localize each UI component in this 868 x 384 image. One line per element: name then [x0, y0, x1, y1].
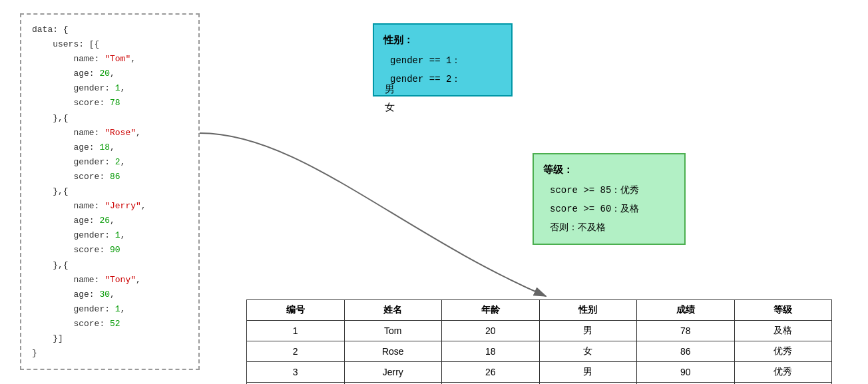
- grade-box: 等级： score >= 85：优秀 score >= 60：及格 否则：不及格: [533, 153, 686, 245]
- cell-gender: 女: [539, 341, 637, 362]
- cell-id: 2: [247, 341, 345, 362]
- col-header-id: 编号: [247, 300, 345, 321]
- cell-id: 1: [247, 321, 345, 341]
- gender-line-1: gender == 1：: [390, 55, 461, 66]
- cell-score: 90: [637, 362, 735, 383]
- col-header-age: 年龄: [442, 300, 540, 321]
- cell-age: 26: [442, 362, 540, 383]
- col-header-score: 成绩: [637, 300, 735, 321]
- result-table: 编号 姓名 年龄 性别 成绩 等级 1Tom20男78及格2Rose18女86优…: [246, 299, 832, 384]
- table-row: 1Tom20男78及格: [247, 321, 832, 341]
- gender-line-2: gender == 2：: [390, 74, 461, 85]
- col-header-grade: 等级: [734, 300, 832, 321]
- cell-age: 20: [442, 321, 540, 341]
- table-row: 3Jerry26男90优秀: [247, 362, 832, 383]
- label-male: 男: [385, 83, 395, 96]
- table-body: 1Tom20男78及格2Rose18女86优秀3Jerry26男90优秀4Ton…: [247, 321, 832, 385]
- cell-grade: 及格: [734, 321, 832, 341]
- grade-line-2: score >= 60：及格: [550, 204, 639, 214]
- code-panel: data: { users: [{ name: "Tom", age: 20, …: [20, 13, 200, 370]
- label-female: 女: [385, 101, 395, 114]
- table-row: 2Rose18女86优秀: [247, 341, 832, 362]
- grade-line-1: score >= 85：优秀: [550, 185, 639, 196]
- cell-grade: 优秀: [734, 362, 832, 383]
- grade-box-title: 等级：: [543, 161, 675, 181]
- cell-id: 3: [247, 362, 345, 383]
- cell-score: 86: [637, 341, 735, 362]
- cell-age: 18: [442, 341, 540, 362]
- cell-name: Jerry: [344, 362, 442, 383]
- cell-name: Rose: [344, 341, 442, 362]
- cell-gender: 男: [539, 362, 637, 383]
- col-header-gender: 性别: [539, 300, 637, 321]
- col-header-name: 姓名: [344, 300, 442, 321]
- cell-grade: 优秀: [734, 341, 832, 362]
- grade-line-3: 否则：不及格: [550, 222, 606, 233]
- cell-score: 78: [637, 321, 735, 341]
- table-header-row: 编号 姓名 年龄 性别 成绩 等级: [247, 300, 832, 321]
- gender-box-content: gender == 1： gender == 2：: [383, 51, 502, 89]
- cell-gender: 男: [539, 321, 637, 341]
- grade-box-content: score >= 85：优秀 score >= 60：及格 否则：不及格: [543, 181, 675, 237]
- cell-name: Tom: [344, 321, 442, 341]
- gender-box-title: 性别：: [383, 31, 502, 51]
